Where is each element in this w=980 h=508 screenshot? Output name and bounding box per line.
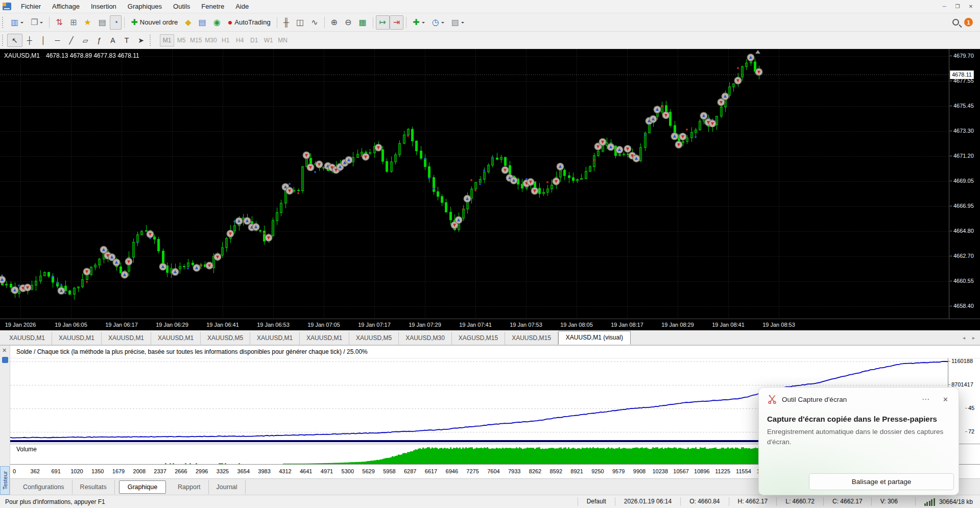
window-controls: ─❐✕	[938, 2, 980, 11]
metaeditor-button[interactable]: ◆	[181, 15, 195, 30]
trade-number-label: 3983	[258, 468, 270, 474]
toolbox-icon: ▤	[99, 18, 106, 27]
tester-tab[interactable]: Resultats	[73, 480, 115, 494]
status-bar: Pour plus d'informations, appuyer F1 Def…	[0, 495, 980, 508]
timeframe-button[interactable]: H4	[233, 34, 247, 46]
time-axis-label: 19 Jan 08:29	[661, 322, 694, 328]
data-window-button[interactable]: ⊞	[66, 15, 80, 30]
snipping-tool-notification[interactable]: Outil Capture d'écran ⋯ ✕ Capture d'écra…	[758, 387, 959, 495]
chart-tab[interactable]: XAUUSD,M15	[505, 332, 558, 345]
tester-close-icon[interactable]: ✕	[2, 347, 7, 354]
chart-tab[interactable]: XAUUSD,M1	[52, 332, 102, 345]
menu-item[interactable]: Outils	[168, 1, 196, 12]
vertical-line-tool-button[interactable]: │	[37, 34, 51, 47]
tab-scroll-left-icon[interactable]: ◂	[963, 335, 965, 341]
line-chart-button[interactable]: ∿	[307, 15, 321, 30]
signals-button[interactable]: ◉	[210, 15, 224, 30]
chart-tab[interactable]: XAUUSD,M30	[399, 332, 452, 345]
tester-tab[interactable]: Graphique	[119, 480, 166, 494]
toast-more-icon[interactable]: ⋯	[917, 395, 935, 404]
bar-chart-button[interactable]: ╫	[280, 15, 293, 30]
navigator-button[interactable]: ★	[80, 15, 94, 30]
menu-item[interactable]: Insertion	[85, 1, 122, 12]
snipping-tool-icon	[767, 394, 777, 404]
timeframe-button[interactable]: MN	[276, 34, 290, 46]
profiles-button[interactable]: ❐	[27, 15, 46, 30]
fibonacci-tool-button[interactable]: ƒ	[93, 34, 106, 47]
search-icon[interactable]	[952, 19, 959, 26]
chart-tab[interactable]: XAUUSD,M1	[3, 332, 52, 345]
candle-chart-button[interactable]: ◫	[293, 15, 307, 30]
chart-tab[interactable]: XAUUSD,M1	[300, 332, 349, 345]
tester-side-tab[interactable]: Testeur	[0, 466, 10, 495]
text-label-tool-button[interactable]: T	[120, 34, 134, 47]
toolbar-grip[interactable]	[150, 35, 153, 46]
chart-tab[interactable]: XAUUSD,M5	[201, 332, 250, 345]
time-axis-label: 19 Jan 08:53	[762, 322, 795, 328]
timeframe-button[interactable]: M30	[203, 34, 218, 46]
strategy-tester-button[interactable]: ◔	[110, 15, 122, 30]
indicators-button[interactable]: ✚	[409, 15, 428, 30]
trade-number-label: 10896	[694, 468, 710, 474]
toolbox-button[interactable]: ▤	[95, 15, 110, 30]
tile-windows-button[interactable]: ▦	[355, 15, 370, 30]
minimize-button[interactable]: ─	[938, 2, 951, 11]
candlestick-chart-canvas[interactable]	[0, 49, 949, 319]
auto-scroll-button[interactable]: ↦	[376, 15, 390, 30]
timeframe-button[interactable]: M15	[188, 34, 203, 46]
status-segments: Default2026.01.19 06:14O: 4660.84H: 4662…	[578, 497, 906, 506]
crosshair-tool-button[interactable]: ┼	[22, 34, 37, 47]
tester-panel-icon[interactable]	[2, 357, 8, 363]
timeframe-button[interactable]: H1	[219, 34, 233, 46]
algo-trading-button[interactable]: ▤	[195, 15, 210, 30]
tester-tab[interactable]: Rapport	[170, 480, 208, 494]
market-watch-button[interactable]: ⇅	[52, 15, 66, 30]
dropdown-caret-icon	[441, 22, 444, 25]
chart-shift-button[interactable]: ⇥	[390, 15, 403, 30]
zoom-out-button[interactable]: ⊖	[341, 15, 355, 30]
cursor-tool-button[interactable]: ↖	[7, 34, 22, 47]
horizontal-line-tool-button[interactable]: ─	[50, 34, 64, 47]
periods-button[interactable]: ◷	[428, 15, 448, 30]
menu-item[interactable]: Graphiques	[122, 1, 168, 12]
menu-item[interactable]: Fenetre	[196, 1, 230, 12]
notification-badge[interactable]: 1	[964, 18, 973, 27]
menu-item[interactable]: Fichier	[15, 1, 46, 12]
chart-tab[interactable]: XAUUSD,M1 (visual)	[558, 331, 631, 345]
text-tool-button[interactable]: A	[106, 34, 119, 47]
toolbar-grip[interactable]	[2, 17, 5, 28]
chart-tab[interactable]: XAUUSD,M5	[349, 332, 399, 345]
restore-button[interactable]: ❐	[951, 2, 964, 11]
tab-scroll-right-icon[interactable]: ▸	[972, 335, 975, 341]
time-axis[interactable]: 19 Jan 202619 Jan 06:0519 Jan 06:1719 Ja…	[0, 319, 980, 330]
timeframe-button[interactable]: M5	[174, 34, 188, 46]
new-chart-button[interactable]: ▥	[7, 15, 27, 30]
toolbar-grip[interactable]	[2, 35, 5, 46]
timeframe-button[interactable]: W1	[261, 34, 276, 46]
new-order-button[interactable]: ✚ Nouvel ordre	[127, 15, 181, 30]
toast-close-icon[interactable]: ✕	[940, 396, 951, 403]
menu-item[interactable]: Aide	[230, 1, 254, 12]
price-axis[interactable]: 4679.704677.554675.454673.304671.204669.…	[949, 49, 980, 319]
timeframe-button[interactable]: M1	[160, 34, 174, 46]
chart-tab[interactable]: XAUUSD,M1	[102, 332, 151, 345]
tester-tab[interactable]: Configurations	[15, 480, 73, 494]
chart-tab[interactable]: XAUUSD,M1	[250, 332, 300, 345]
trade-number-label: 1020	[70, 468, 83, 474]
trendline-tool-button[interactable]: ╱	[64, 34, 78, 47]
trade-number-label: 2337	[154, 468, 166, 474]
chart-tab[interactable]: XAUUSD,M1	[151, 332, 201, 345]
strategy-tester-icon: ◔	[113, 18, 118, 27]
autotrading-button[interactable]: ● AutoTrading	[224, 15, 274, 30]
chart-tab[interactable]: XAGUSD,M15	[452, 332, 505, 345]
timeframe-button[interactable]: D1	[247, 34, 261, 46]
markup-share-button[interactable]: Balisage et partage	[809, 473, 954, 490]
templates-button[interactable]: ▧	[448, 15, 468, 30]
tester-tab[interactable]: Journal	[209, 480, 246, 494]
zoom-in-button[interactable]: ⊕	[327, 15, 341, 30]
menu-item[interactable]: Affichage	[46, 1, 85, 12]
equidistant-channel-tool-button[interactable]: ▱	[78, 34, 93, 47]
status-segment: C: 4662.17	[823, 497, 871, 506]
close-button[interactable]: ✕	[964, 2, 977, 11]
arrows-tool-button[interactable]: ➤	[133, 34, 149, 47]
